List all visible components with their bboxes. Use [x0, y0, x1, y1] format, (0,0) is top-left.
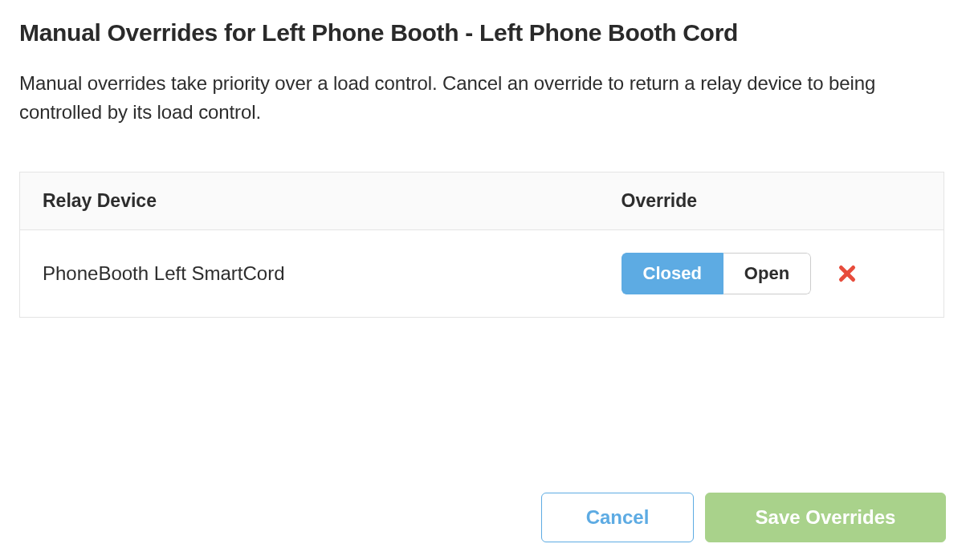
- device-name-cell: PhoneBooth Left SmartCord: [20, 230, 599, 318]
- remove-override-icon[interactable]: [835, 262, 859, 286]
- override-toggle: Closed Open: [622, 253, 812, 294]
- dialog-description: Manual overrides take priority over a lo…: [19, 69, 919, 127]
- override-open-button[interactable]: Open: [723, 253, 811, 294]
- dialog-title: Manual Overrides for Left Phone Booth - …: [19, 19, 951, 47]
- col-header-override: Override: [599, 172, 944, 230]
- col-header-relay-device: Relay Device: [20, 172, 599, 230]
- cancel-button[interactable]: Cancel: [541, 493, 694, 542]
- override-closed-button[interactable]: Closed: [622, 253, 723, 294]
- overrides-table: Relay Device Override PhoneBooth Left Sm…: [19, 172, 944, 318]
- table-row: PhoneBooth Left SmartCord Closed Open: [20, 230, 944, 318]
- footer-buttons: Cancel Save Overrides: [541, 493, 946, 542]
- save-overrides-button[interactable]: Save Overrides: [705, 493, 946, 542]
